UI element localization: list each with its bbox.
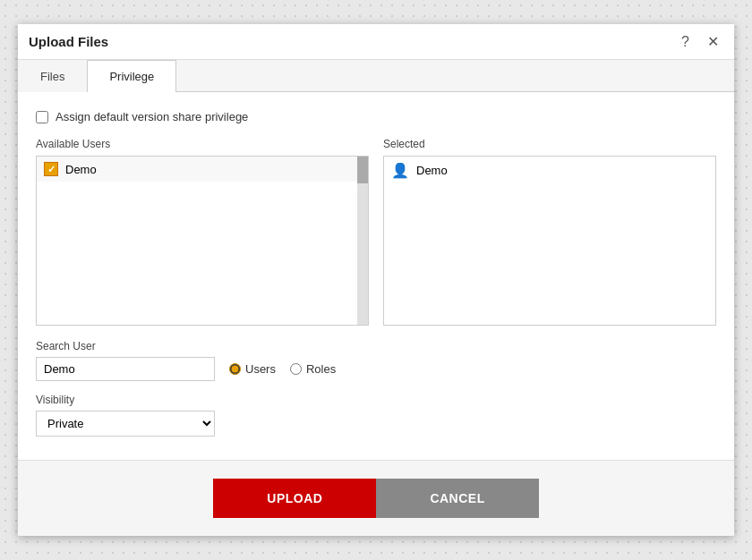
selected-label: Selected — [383, 138, 716, 150]
tabs-bar: Files Privilege — [18, 60, 734, 92]
search-input[interactable] — [36, 357, 215, 381]
available-users-col: Available Users Demo — [36, 138, 369, 326]
visibility-select[interactable]: Private Public — [36, 411, 215, 437]
radio-users-label: Users — [245, 362, 276, 376]
radio-roles-option[interactable]: Roles — [290, 362, 336, 376]
title-bar-controls: ? ✕ — [677, 31, 723, 52]
tab-privilege[interactable]: Privilege — [87, 60, 176, 92]
assign-privilege-row: Assign default version share privilege — [36, 110, 716, 123]
user-icon: 👤 — [391, 162, 409, 179]
selected-item: 👤 Demo — [384, 157, 715, 184]
scrollbar-thumb[interactable] — [357, 157, 368, 183]
upload-files-dialog: Upload Files ? ✕ Files Privilege Assign … — [18, 24, 734, 536]
radio-roles-label: Roles — [306, 362, 336, 376]
tab-files[interactable]: Files — [18, 60, 87, 92]
visibility-section: Visibility Private Public — [36, 394, 716, 437]
selected-col: Selected 👤 Demo — [383, 138, 716, 326]
visibility-label: Visibility — [36, 394, 716, 406]
users-columns: Available Users Demo Selected 👤 — [36, 138, 716, 326]
available-users-label: Available Users — [36, 138, 369, 150]
available-users-list[interactable]: Demo — [36, 156, 369, 326]
radio-group: Users Roles — [229, 362, 336, 376]
dialog-footer: UPLOAD CANCEL — [18, 460, 734, 536]
search-row: Users Roles — [36, 357, 716, 381]
scrollbar[interactable] — [357, 157, 368, 325]
search-section: Search User Users Roles — [36, 340, 716, 381]
close-button[interactable]: ✕ — [703, 31, 723, 52]
dialog-title: Upload Files — [29, 34, 108, 49]
user-name: Demo — [65, 163, 97, 176]
selected-users-list: 👤 Demo — [383, 156, 716, 326]
checked-checkbox[interactable] — [44, 162, 58, 176]
dialog-body: Assign default version share privilege A… — [18, 92, 734, 460]
help-button[interactable]: ? — [677, 32, 694, 52]
cancel-button[interactable]: CANCEL — [376, 479, 538, 518]
radio-users[interactable] — [229, 363, 241, 375]
radio-users-option[interactable]: Users — [229, 362, 276, 376]
radio-roles[interactable] — [290, 363, 302, 375]
assign-privilege-label: Assign default version share privilege — [56, 110, 248, 123]
selected-user-name: Demo — [416, 164, 448, 177]
assign-privilege-checkbox[interactable] — [36, 111, 48, 123]
title-bar: Upload Files ? ✕ — [18, 24, 734, 60]
search-label: Search User — [36, 340, 716, 352]
list-item[interactable]: Demo — [37, 157, 368, 182]
upload-button[interactable]: UPLOAD — [213, 479, 376, 518]
